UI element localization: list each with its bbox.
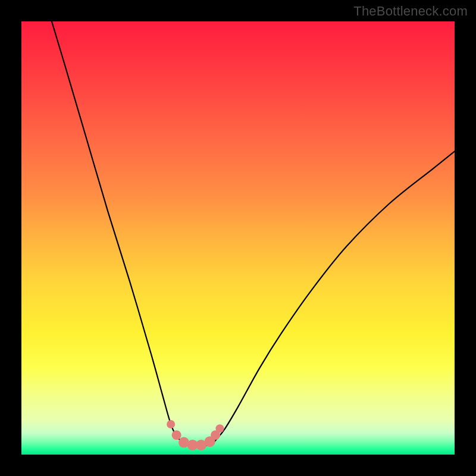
knob-dot xyxy=(167,420,175,428)
chart-frame: TheBottleneck.com xyxy=(0,0,476,476)
watermark-text: TheBottleneck.com xyxy=(353,4,468,19)
knob-dot xyxy=(215,424,224,433)
bottleneck-curve xyxy=(52,21,455,446)
plot-area xyxy=(21,21,455,455)
knob-dot xyxy=(172,430,181,440)
curve-layer xyxy=(21,21,455,455)
curve-knobs xyxy=(167,420,224,450)
